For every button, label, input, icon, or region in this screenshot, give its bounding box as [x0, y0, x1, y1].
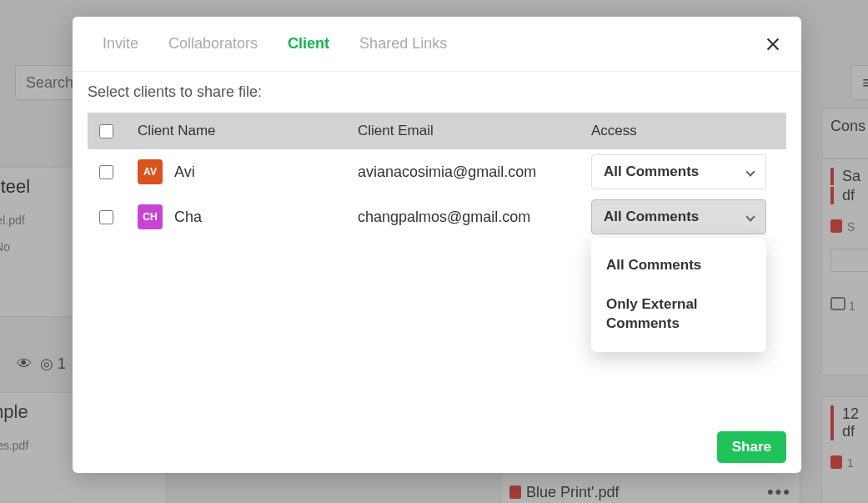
access-dropdown: All CommentsOnly External Comments: [591, 238, 766, 352]
col-email-header: Client Email: [358, 123, 591, 139]
col-name-header: Client Name: [133, 123, 358, 139]
modal-subtitle: Select clients to share file:: [88, 83, 786, 101]
client-row: AVAviavianacosimia@gmail.comAll Comments: [88, 149, 786, 194]
access-option[interactable]: Only External Comments: [591, 285, 766, 344]
col-access-header: Access: [591, 123, 775, 139]
tab-shared-links[interactable]: Shared Links: [344, 17, 462, 71]
share-modal: Invite Collaborators Client Shared Links…: [73, 17, 801, 473]
tab-collaborators[interactable]: Collaborators: [153, 17, 273, 71]
client-email: avianacosimia@gmail.com: [358, 163, 591, 181]
row-checkbox[interactable]: [99, 165, 113, 179]
access-select[interactable]: All Comments: [591, 199, 766, 234]
client-table-body: AVAviavianacosimia@gmail.comAll Comments…: [88, 149, 786, 239]
access-selected-label: All Comments: [604, 209, 699, 225]
chevron-down-icon: [745, 167, 755, 176]
tab-invite[interactable]: Invite: [88, 17, 153, 71]
select-all-checkbox[interactable]: [99, 124, 113, 138]
client-name: Avi: [174, 163, 195, 181]
avatar: CH: [138, 204, 163, 229]
client-name: Cha: [174, 209, 202, 226]
modal-body: Select clients to share file: Client Nam…: [73, 72, 801, 421]
access-cell: All Comments: [591, 154, 775, 189]
client-email: changpalmos@gmail.com: [358, 209, 591, 226]
access-select[interactable]: All Comments: [591, 154, 766, 189]
client-row: CHChachangpalmos@gmail.comAll CommentsAl…: [88, 194, 786, 239]
modal-tab-bar: Invite Collaborators Client Shared Links: [73, 17, 801, 72]
access-cell: All CommentsAll CommentsOnly External Co…: [591, 199, 775, 234]
access-option[interactable]: All Comments: [591, 246, 766, 285]
avatar: AV: [138, 159, 163, 184]
client-table-header: Client Name Client Email Access: [88, 113, 786, 149]
access-selected-label: All Comments: [604, 163, 699, 180]
close-button[interactable]: [760, 31, 786, 58]
modal-footer: Share: [73, 421, 801, 473]
close-icon: [764, 35, 782, 53]
tab-client[interactable]: Client: [273, 17, 344, 71]
row-checkbox[interactable]: [99, 210, 113, 224]
share-button[interactable]: Share: [717, 431, 786, 463]
chevron-down-icon: [745, 212, 755, 221]
